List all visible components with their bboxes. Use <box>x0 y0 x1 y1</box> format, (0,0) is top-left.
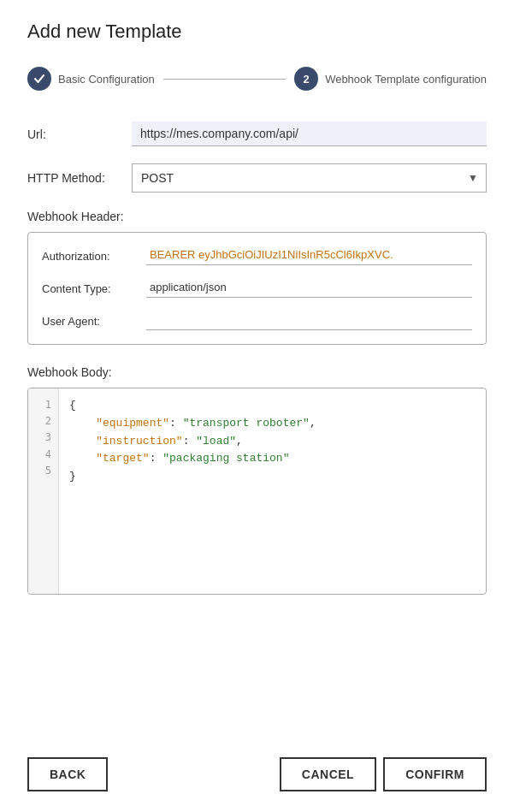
code-line-1: { <box>69 397 476 415</box>
webhook-header-box: Authorization: Content Type: User Agent: <box>27 232 487 345</box>
content-type-row: Content Type: <box>42 279 472 298</box>
code-line-3: "instruction": "load", <box>69 433 476 451</box>
user-agent-input[interactable] <box>146 311 472 330</box>
checkmark-icon <box>33 73 45 85</box>
user-agent-label: User Agent: <box>42 311 136 328</box>
http-method-select-wrapper: POST GET PUT DELETE PATCH ▼ <box>132 163 487 193</box>
step-1-circle <box>27 67 51 91</box>
code-line-5: } <box>69 468 476 486</box>
line-num-5: 5 <box>45 463 51 479</box>
authorization-label: Authorization: <box>42 246 136 263</box>
http-method-label: HTTP Method: <box>27 171 121 185</box>
url-input[interactable] <box>132 122 487 146</box>
webhook-body-editor[interactable]: 1 2 3 4 5 { "equipment": "transport robo… <box>27 388 487 595</box>
authorization-input[interactable] <box>146 246 472 265</box>
step-1: Basic Configuration <box>27 67 155 91</box>
right-buttons: CANCEL CONFIRM <box>280 757 487 791</box>
line-num-2: 2 <box>45 413 51 430</box>
code-line-4: "target": "packaging station" <box>69 450 476 468</box>
stepper: Basic Configuration 2 Webhook Template c… <box>27 67 487 91</box>
http-method-select[interactable]: POST GET PUT DELETE PATCH <box>132 163 487 193</box>
line-num-4: 4 <box>45 447 51 463</box>
line-num-3: 3 <box>45 430 51 446</box>
add-template-dialog: Add new Template Basic Configuration 2 W… <box>0 0 514 812</box>
line-numbers: 1 2 3 4 5 <box>28 388 59 594</box>
content-type-label: Content Type: <box>42 279 136 295</box>
authorization-row: Authorization: <box>42 246 472 265</box>
step-2-circle: 2 <box>294 67 318 91</box>
user-agent-row: User Agent: <box>42 311 472 330</box>
step-1-label: Basic Configuration <box>58 73 155 86</box>
url-row: Url: <box>27 122 487 146</box>
step-2: 2 Webhook Template configuration <box>294 67 487 91</box>
cancel-button[interactable]: CANCEL <box>280 757 376 791</box>
page-title: Add new Template <box>27 21 487 43</box>
step-connector <box>163 79 286 80</box>
confirm-button[interactable]: CONFIRM <box>383 757 487 791</box>
webhook-header-heading: Webhook Header: <box>27 210 487 223</box>
footer: BACK CANCEL CONFIRM <box>27 740 487 812</box>
code-inner: 1 2 3 4 5 { "equipment": "transport robo… <box>28 388 486 594</box>
back-button[interactable]: BACK <box>27 757 108 791</box>
code-line-2: "equipment": "transport roboter", <box>69 415 476 433</box>
step-2-label: Webhook Template configuration <box>325 73 487 86</box>
webhook-body-heading: Webhook Body: <box>27 365 487 379</box>
content-type-input[interactable] <box>146 279 472 298</box>
code-content: { "equipment": "transport roboter", "ins… <box>59 388 486 594</box>
url-label: Url: <box>27 127 121 141</box>
http-method-row: HTTP Method: POST GET PUT DELETE PATCH ▼ <box>27 163 487 193</box>
line-num-1: 1 <box>45 397 51 413</box>
